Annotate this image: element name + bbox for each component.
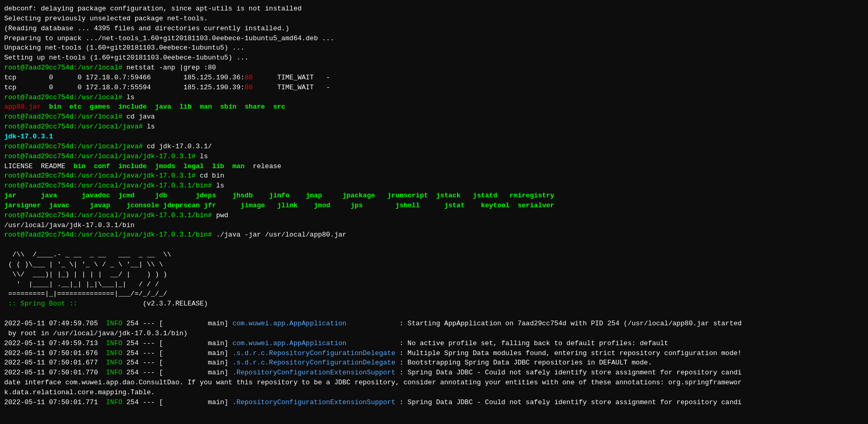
terminal-line-26: /\\ /____.- _ __ _ __ ___ _ __ \\ — [4, 250, 864, 260]
terminal-line-29: ' |____| .__|_| |_|\___|_| / / / — [4, 280, 864, 290]
terminal-line-9: tcp 0 0 172.18.0.7:55594 185.125.190.39:… — [4, 83, 864, 93]
terminal-line-22: root@7aad29cc754d:/usr/local/java/jdk-17… — [4, 211, 864, 221]
terminal-line-39: date interface com.wuwei.app.dao.Consult… — [4, 378, 864, 388]
terminal-line-32 — [4, 309, 864, 319]
terminal-line-13: root@7aad29cc754d:/usr/local/java# ls — [4, 122, 864, 132]
terminal-line-20: jar java javadoc jcmd jdb jdeps jhsdb ji… — [4, 191, 864, 201]
terminal-line-1: debconf: delaying package configuration,… — [4, 4, 864, 14]
terminal-line-4: Preparing to unpack .../net-tools_1.60+g… — [4, 34, 864, 44]
terminal-line-25 — [4, 240, 864, 250]
terminal-line-7: root@7aad29cc754d:/usr/local# netstat -a… — [4, 63, 864, 73]
terminal-line-10: root@7aad29cc754d:/usr/local# ls — [4, 93, 864, 103]
terminal-line-17: LICENSE README bin conf include jmods le… — [4, 162, 864, 172]
terminal-line-40: k.data.relational.core.mapping.Table. — [4, 388, 864, 398]
terminal-line-16: root@7aad29cc754d:/usr/local/java/jdk-17… — [4, 152, 864, 162]
terminal-line-2: Selecting previously unselected package … — [4, 14, 864, 24]
terminal-window[interactable]: debconf: delaying package configuration,… — [4, 4, 864, 424]
terminal-line-8: tcp 0 0 172.18.0.7:59466 185.125.190.36:… — [4, 73, 864, 83]
terminal-line-14: jdk-17.0.3.1 — [4, 132, 864, 142]
terminal-line-12: root@7aad29cc754d:/usr/local# cd java — [4, 112, 864, 122]
terminal-line-34: by root in /usr/local/java/jdk-17.0.3.1/… — [4, 329, 864, 339]
terminal-line-41: 2022-05-11 07:50:01.771 INFO 254 --- [ m… — [4, 398, 864, 408]
terminal-line-19: root@7aad29cc754d:/usr/local/java/jdk-17… — [4, 181, 864, 191]
terminal-line-30: =========|_|==============|___/=/_/_/_/ — [4, 289, 864, 299]
terminal-line-38: 2022-05-11 07:50:01.770 INFO 254 --- [ m… — [4, 368, 864, 378]
terminal-line-21: jarsigner javac javap jconsole jdeprscan… — [4, 201, 864, 211]
terminal-line-36: 2022-05-11 07:50:01.676 INFO 254 --- [ m… — [4, 349, 864, 359]
terminal-line-5: Unpacking net-tools (1.60+git20181103.0e… — [4, 43, 864, 53]
terminal-line-31: :: Spring Boot :: (v2.3.7.RELEASE) — [4, 299, 864, 309]
terminal-line-3: (Reading database ... 4395 files and dir… — [4, 24, 864, 34]
terminal-line-35: 2022-05-11 07:49:59.713 INFO 254 --- [ m… — [4, 339, 864, 349]
terminal-line-27: ( ( )\___ | '_ \| '_ \ / _ \ '__| \\ \ — [4, 260, 864, 270]
terminal-line-11: app80.jar bin etc games include java lib… — [4, 102, 864, 112]
terminal-line-18: root@7aad29cc754d:/usr/local/java/jdk-17… — [4, 171, 864, 181]
terminal-line-23: /usr/local/java/jdk-17.0.3.1/bin — [4, 221, 864, 231]
terminal-line-15: root@7aad29cc754d:/usr/local/java# cd jd… — [4, 142, 864, 152]
terminal-line-24: root@7aad29cc754d:/usr/local/java/jdk-17… — [4, 230, 864, 240]
terminal-line-28: \\/ ___)| |_) | | | | __/ | ) ) ) — [4, 270, 864, 280]
terminal-line-6: Setting up net-tools (1.60+git20181103.0… — [4, 53, 864, 63]
terminal-line-33: 2022-05-11 07:49:59.705 INFO 254 --- [ m… — [4, 319, 864, 329]
terminal-line-37: 2022-05-11 07:50:01.677 INFO 254 --- [ m… — [4, 358, 864, 368]
